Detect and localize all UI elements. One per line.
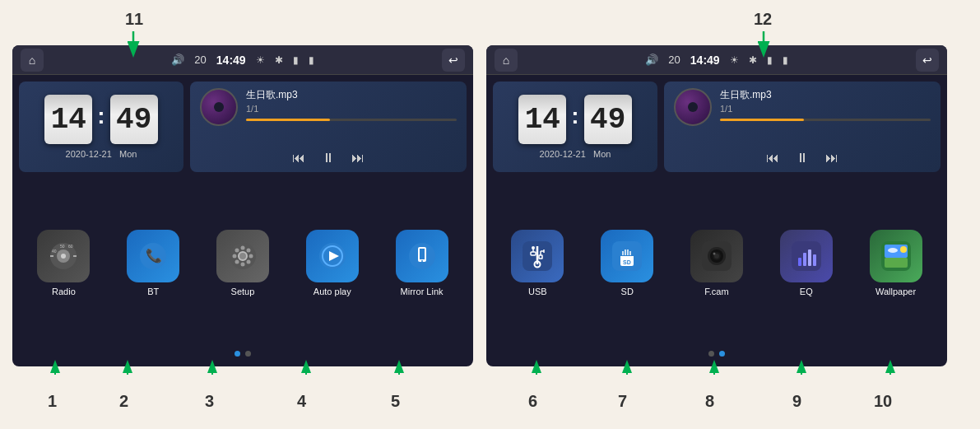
left-sd-icon: ▮ [309,54,314,66]
left-album-art [200,88,238,126]
left-back-button[interactable]: ↩ [442,49,465,72]
left-battery-icon: ▮ [293,54,299,66]
right-clock-minutes: 49 [584,95,632,144]
right-volume-icon: 🔊 [645,54,658,66]
right-status-right: ↩ [916,49,939,72]
right-prev-button[interactable]: ⏮ [766,151,779,166]
left-clock-widget: 14 : 49 2020-12-21 Mon [19,82,183,172]
left-progress-fill [246,119,330,121]
left-status-left: ⌂ [21,49,44,72]
right-status-center: 🔊 20 14:49 ☀ ✱ ▮ ▮ [645,54,787,67]
right-clock-colon: : [571,103,578,129]
left-music-controls: ⏮ ⏸ ⏭ [200,151,457,166]
right-home-button[interactable]: ⌂ [495,49,518,72]
right-screen-wrapper: ⌂ 🔊 20 14:49 ☀ ✱ ▮ ▮ ↩ [486,45,947,366]
left-bluetooth-icon: ✱ [275,54,283,66]
svg-rect-53 [803,253,806,266]
eq-label: EQ [800,287,813,296]
svg-text:60: 60 [68,244,73,249]
sd-label: SD [621,287,634,296]
bt-svg: 📞 [138,241,168,271]
left-dot-1 [235,351,240,357]
right-album-art [674,88,712,126]
annotation-7: 7 [618,392,627,411]
mirrorlink-svg [407,241,437,271]
left-music-info: 生日歌.mp3 1/1 [246,88,457,121]
right-play-button[interactable]: ⏸ [796,151,809,166]
app-autoplay[interactable]: Auto play [306,230,359,296]
annotation-2: 2 [119,392,128,411]
setup-icon [216,230,269,282]
left-play-button[interactable]: ⏸ [322,151,335,166]
right-sd-icon: ▮ [783,54,788,66]
svg-rect-54 [808,249,811,266]
left-prev-button[interactable]: ⏮ [292,151,305,166]
eq-icon [780,230,833,282]
right-back-button[interactable]: ↩ [916,49,939,72]
svg-rect-58 [885,258,908,268]
left-app-grid: 40 50 60 Radio [19,179,467,347]
screens-area: ⌂ 🔊 20 14:49 ☀ ✱ ▮ ▮ ↩ [12,45,947,366]
right-bluetooth-icon: ✱ [749,54,757,66]
fcam-label: F.cam [704,287,728,296]
eq-svg [792,241,821,271]
left-top-widgets: 14 : 49 2020-12-21 Mon [19,82,467,172]
left-clock-minutes: 49 [110,95,158,144]
svg-rect-55 [813,254,816,266]
right-next-button[interactable]: ⏭ [825,151,838,166]
autoplay-icon [306,230,359,282]
app-eq[interactable]: EQ [780,230,833,296]
radio-label: Radio [52,287,76,296]
app-sd[interactable]: SD SD [601,230,653,296]
app-setup[interactable]: Setup [216,230,269,296]
svg-point-14 [232,254,236,259]
bt-icon: 📞 [127,230,179,282]
right-music-top: 生日歌.mp3 1/1 [674,88,931,126]
app-fcam[interactable]: F.cam [690,230,743,296]
left-status-center: 🔊 20 14:49 ☀ ✱ ▮ ▮ [171,54,314,67]
left-clock-display: 14 : 49 [44,95,157,144]
right-screen-content: 14 : 49 2020-12-21 Mon [486,75,947,366]
usb-icon [511,230,564,282]
svg-point-34 [532,246,535,249]
app-mirrorlink[interactable]: Mirror Link [396,230,448,296]
left-brightness-icon: ☀ [256,54,265,66]
left-time: 14:49 [216,54,246,67]
sd-icon: SD [601,230,653,282]
left-music-widget: 生日歌.mp3 1/1 ⏮ ⏸ ⏭ [190,82,467,172]
annotation-11: 11 [125,10,143,29]
right-clock-hours: 14 [518,95,566,144]
right-progress-fill [720,119,804,121]
svg-point-13 [240,263,244,267]
svg-point-2 [61,254,66,259]
app-radio[interactable]: 40 50 60 Radio [37,230,90,296]
app-wallpaper[interactable]: Wallpaper [870,230,922,296]
svg-point-18 [246,249,250,253]
left-music-track: 1/1 [246,104,457,114]
right-screen: ⌂ 🔊 20 14:49 ☀ ✱ ▮ ▮ ↩ [486,45,947,366]
right-clock-widget: 14 : 49 2020-12-21 Mon [493,82,657,172]
annotation-3: 3 [205,392,214,411]
svg-point-59 [900,246,907,253]
left-status-right: ↩ [442,49,465,72]
left-progress-bar [246,119,457,121]
app-usb[interactable]: USB [511,230,564,296]
right-music-title: 生日歌.mp3 [720,88,931,102]
right-status-left: ⌂ [495,49,518,72]
radio-icon: 40 50 60 [37,230,90,282]
svg-point-15 [248,254,253,259]
autoplay-svg [318,241,347,271]
left-home-button[interactable]: ⌂ [21,49,44,72]
annotation-10: 10 [874,392,892,411]
right-dot-1 [708,351,714,357]
left-clock-hours: 14 [44,95,92,144]
right-volume-text: 20 [668,54,680,66]
wallpaper-label: Wallpaper [875,287,916,296]
left-next-button[interactable]: ⏭ [351,151,365,166]
right-clock-date: 2020-12-21 Mon [540,149,611,159]
left-status-bar: ⌂ 🔊 20 14:49 ☀ ✱ ▮ ▮ ↩ [12,45,473,75]
app-bt[interactable]: 📞 BT [127,230,179,296]
left-music-title: 生日歌.mp3 [246,88,457,102]
left-screen: ⌂ 🔊 20 14:49 ☀ ✱ ▮ ▮ ↩ [12,45,473,366]
annotation-6: 6 [528,392,537,411]
